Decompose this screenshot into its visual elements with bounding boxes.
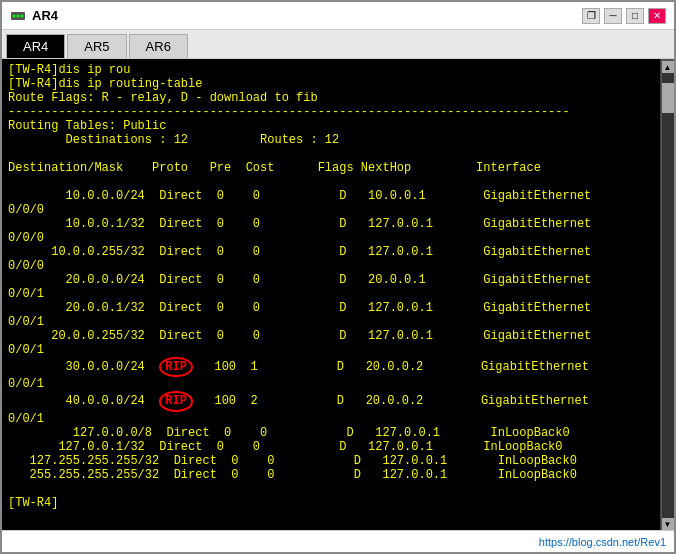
close-button[interactable]: ✕ bbox=[648, 8, 666, 24]
terminal-line: 10.0.0.0/24 Direct 0 0 D 10.0.0.1 Gigabi… bbox=[8, 189, 654, 203]
terminal-header: Destination/Mask Proto Pre Cost Flags Ne… bbox=[8, 161, 654, 175]
terminal-line bbox=[8, 175, 654, 189]
restore-button[interactable]: ❐ bbox=[582, 8, 600, 24]
terminal-line: Routing Tables: Public bbox=[8, 119, 654, 133]
terminal-line: 0/0/1 bbox=[8, 287, 654, 301]
terminal-line: [TW-R4]dis ip rou bbox=[8, 63, 654, 77]
tab-bar: AR4 AR5 AR6 bbox=[2, 30, 674, 59]
title-bar: AR4 ❐ ─ □ ✕ bbox=[2, 2, 674, 30]
window-title: AR4 bbox=[32, 8, 58, 23]
content-wrapper: [TW-R4]dis ip rou [TW-R4]dis ip routing-… bbox=[2, 59, 674, 530]
title-left: AR4 bbox=[10, 8, 58, 24]
svg-point-3 bbox=[21, 14, 24, 17]
maximize-button[interactable]: □ bbox=[626, 8, 644, 24]
status-bar: https://blog.csdn.net/Rev1 bbox=[2, 530, 674, 552]
minimize-button[interactable]: ─ bbox=[604, 8, 622, 24]
terminal-line: 20.0.0.0/24 Direct 0 0 D 20.0.0.1 Gigabi… bbox=[8, 273, 654, 287]
terminal-line: 0/0/0 bbox=[8, 259, 654, 273]
title-controls: ❐ ─ □ ✕ bbox=[582, 8, 666, 24]
terminal-rip-row1: 30.0.0.0/24 RIP 100 1 D 20.0.0.2 Gigabit… bbox=[8, 357, 654, 377]
terminal-line: 0/0/1 bbox=[8, 343, 654, 357]
tab-ar4[interactable]: AR4 bbox=[6, 34, 65, 58]
terminal-line bbox=[8, 147, 654, 161]
main-window: AR4 ❐ ─ □ ✕ AR4 AR5 AR6 [TW-R4]dis ip ro… bbox=[0, 0, 676, 554]
terminal-line: 0/0/1 bbox=[8, 315, 654, 329]
terminal-line: ----------------------------------------… bbox=[8, 105, 654, 119]
scroll-track[interactable] bbox=[662, 73, 674, 518]
terminal-line bbox=[8, 482, 654, 496]
terminal-line: 255.255.255.255/32 Direct 0 0 D 127.0.0.… bbox=[8, 468, 654, 482]
terminal-line: 0/0/0 bbox=[8, 203, 654, 217]
terminal[interactable]: [TW-R4]dis ip rou [TW-R4]dis ip routing-… bbox=[2, 59, 660, 530]
svg-point-1 bbox=[13, 14, 16, 17]
terminal-line: 10.0.0.255/32 Direct 0 0 D 127.0.0.1 Gig… bbox=[8, 245, 654, 259]
svg-point-2 bbox=[17, 14, 20, 17]
terminal-line: 127.0.0.1/32 Direct 0 0 D 127.0.0.1 InLo… bbox=[8, 440, 654, 454]
terminal-line: 0/0/0 bbox=[8, 231, 654, 245]
terminal-line: [TW-R4]dis ip routing-table bbox=[8, 77, 654, 91]
terminal-line: 10.0.0.1/32 Direct 0 0 D 127.0.0.1 Gigab… bbox=[8, 217, 654, 231]
terminal-line: 20.0.0.1/32 Direct 0 0 D 127.0.0.1 Gigab… bbox=[8, 301, 654, 315]
scroll-up-button[interactable]: ▲ bbox=[662, 61, 674, 73]
terminal-line: Route Flags: R - relay, D - download to … bbox=[8, 91, 654, 105]
scroll-thumb[interactable] bbox=[662, 83, 674, 113]
terminal-line: 20.0.0.255/32 Direct 0 0 D 127.0.0.1 Gig… bbox=[8, 329, 654, 343]
terminal-line: Destinations : 12 Routes : 12 bbox=[8, 133, 654, 147]
tab-ar5[interactable]: AR5 bbox=[67, 34, 126, 58]
terminal-prompt: [TW-R4] bbox=[8, 496, 654, 510]
terminal-rip-row2: 40.0.0.0/24 RIP 100 2 D 20.0.0.2 Gigabit… bbox=[8, 391, 654, 411]
tab-ar6[interactable]: AR6 bbox=[129, 34, 188, 58]
scroll-down-button[interactable]: ▼ bbox=[662, 518, 674, 530]
router-icon bbox=[10, 8, 26, 24]
status-url: https://blog.csdn.net/Rev1 bbox=[539, 536, 666, 548]
terminal-line: 0/0/1 bbox=[8, 377, 654, 391]
terminal-line: 0/0/1 bbox=[8, 412, 654, 426]
terminal-line: 127.255.255.255/32 Direct 0 0 D 127.0.0.… bbox=[8, 454, 654, 468]
terminal-line: 127.0.0.0/8 Direct 0 0 D 127.0.0.1 InLoo… bbox=[8, 426, 654, 440]
rip-badge-1: RIP bbox=[159, 357, 193, 377]
rip-badge-2: RIP bbox=[159, 391, 193, 411]
scrollbar[interactable]: ▲ ▼ bbox=[660, 59, 674, 530]
